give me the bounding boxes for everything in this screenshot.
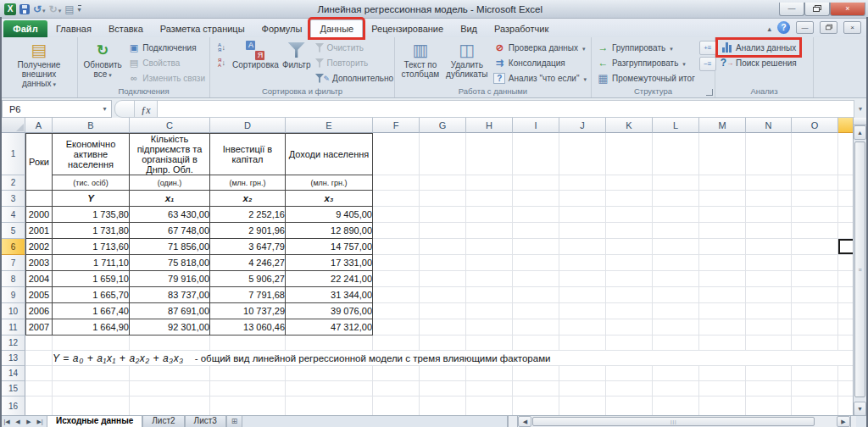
- cell[interactable]: [420, 303, 466, 319]
- cell[interactable]: [373, 319, 420, 336]
- cell[interactable]: [606, 319, 653, 336]
- table-header-cell[interactable]: Інвестиції в капітал: [210, 133, 286, 175]
- cell[interactable]: [373, 207, 420, 223]
- cell[interactable]: [746, 191, 792, 207]
- cell[interactable]: [606, 287, 653, 303]
- cell[interactable]: [513, 239, 559, 255]
- cell[interactable]: [373, 223, 420, 239]
- cell[interactable]: [559, 271, 606, 287]
- cell[interactable]: [373, 239, 420, 255]
- hide-detail-button[interactable]: [699, 57, 716, 71]
- column-header-A[interactable]: A: [25, 118, 53, 133]
- cell[interactable]: [606, 175, 653, 191]
- cell[interactable]: [699, 255, 746, 271]
- column-header-P[interactable]: [838, 118, 853, 133]
- cell[interactable]: [373, 133, 420, 175]
- last-sheet-button[interactable]: ▶|: [35, 419, 45, 425]
- reapply-filter-button[interactable]: Повторить: [312, 55, 396, 70]
- vertical-scroll-track[interactable]: [854, 141, 865, 401]
- row-header-6[interactable]: 6: [2, 239, 25, 255]
- previous-sheet-button[interactable]: ◀: [13, 419, 23, 425]
- cell[interactable]: [210, 336, 286, 351]
- data-cell[interactable]: 2 901,96: [210, 223, 286, 239]
- year-cell[interactable]: 2006: [25, 303, 53, 319]
- cell[interactable]: [606, 336, 653, 351]
- year-cell[interactable]: 2000: [25, 207, 53, 223]
- cell[interactable]: [286, 336, 373, 351]
- data-cell[interactable]: 17 331,00: [286, 255, 373, 271]
- cell[interactable]: [513, 303, 559, 319]
- advanced-filter-button[interactable]: Дополнительно: [312, 70, 396, 86]
- cell[interactable]: [746, 223, 792, 239]
- cell[interactable]: [699, 287, 746, 303]
- redo-dropdown-arrow-icon[interactable]: [58, 3, 62, 15]
- cell[interactable]: [746, 255, 792, 271]
- data-cell[interactable]: 7 791,68: [210, 287, 286, 303]
- solver-button[interactable]: Поиск решения: [718, 55, 799, 70]
- cell[interactable]: [792, 207, 838, 223]
- cell[interactable]: [466, 366, 513, 381]
- data-cell[interactable]: 47 312,00: [286, 319, 373, 336]
- column-header-O[interactable]: O: [792, 118, 838, 133]
- row-header-16[interactable]: 16: [2, 396, 25, 416]
- cell[interactable]: [130, 396, 210, 416]
- cell[interactable]: [746, 303, 792, 319]
- cell[interactable]: [699, 223, 746, 239]
- scroll-left-button[interactable]: ◀: [518, 416, 531, 427]
- cell[interactable]: [286, 396, 373, 416]
- cell[interactable]: [606, 396, 653, 416]
- cell[interactable]: [792, 287, 838, 303]
- data-cell[interactable]: 67 748,00: [130, 223, 210, 239]
- cell[interactable]: [838, 303, 853, 319]
- save-button[interactable]: [19, 4, 30, 14]
- data-cell[interactable]: 12 890,00: [286, 223, 373, 239]
- cell[interactable]: [420, 255, 466, 271]
- cell[interactable]: [699, 191, 746, 207]
- sheet-tab-source-data[interactable]: Исходные данные: [47, 416, 142, 427]
- column-header-B[interactable]: B: [53, 118, 130, 133]
- cell[interactable]: [513, 207, 559, 223]
- cell[interactable]: [373, 381, 420, 396]
- row-header-7[interactable]: 7: [2, 255, 25, 271]
- cell[interactable]: [838, 175, 853, 191]
- tab-home[interactable]: Главная: [47, 20, 100, 37]
- cell[interactable]: [130, 336, 210, 351]
- tab-scrollbar-splitter[interactable]: [507, 416, 518, 427]
- cell[interactable]: [699, 271, 746, 287]
- data-cell[interactable]: 1 731,80: [53, 223, 130, 239]
- table-header-cell[interactable]: Доходи населення: [286, 133, 373, 175]
- cell[interactable]: [286, 381, 373, 396]
- cell[interactable]: [559, 255, 606, 271]
- cell[interactable]: [699, 133, 746, 175]
- tab-view[interactable]: Вид: [452, 20, 486, 37]
- cell[interactable]: [838, 133, 853, 175]
- cell[interactable]: [513, 336, 559, 351]
- cell[interactable]: [838, 207, 853, 223]
- cell[interactable]: [699, 336, 746, 351]
- cell[interactable]: [559, 133, 606, 175]
- row-header-9[interactable]: 9: [2, 287, 25, 303]
- cell[interactable]: [838, 381, 853, 396]
- cell[interactable]: [559, 396, 606, 416]
- get-external-data-button[interactable]: Получение внешних данных: [3, 39, 75, 90]
- cell[interactable]: [746, 366, 792, 381]
- cell[interactable]: [513, 319, 559, 336]
- restore-button[interactable]: [804, 3, 830, 16]
- vertical-scrollbar[interactable]: ▲ ▼: [853, 118, 866, 416]
- data-cell[interactable]: 1 665,70: [53, 287, 130, 303]
- data-cell[interactable]: 63 430,00: [130, 207, 210, 223]
- row-header-11[interactable]: 11: [2, 319, 25, 336]
- cell[interactable]: [699, 396, 746, 416]
- row-header-12[interactable]: 12: [2, 336, 25, 351]
- cell[interactable]: [513, 381, 559, 396]
- scrollbar-end-splitter[interactable]: [850, 416, 856, 427]
- cell[interactable]: [606, 303, 653, 319]
- data-cell[interactable]: 2 252,16: [210, 207, 286, 223]
- cell[interactable]: [559, 207, 606, 223]
- what-if-analysis-button[interactable]: Анализ "что если": [491, 70, 589, 86]
- cell[interactable]: [606, 255, 653, 271]
- cell[interactable]: [53, 366, 130, 381]
- collapse-ribbon-icon[interactable]: [767, 19, 771, 35]
- cell[interactable]: [559, 336, 606, 351]
- redo-button[interactable]: [49, 3, 62, 15]
